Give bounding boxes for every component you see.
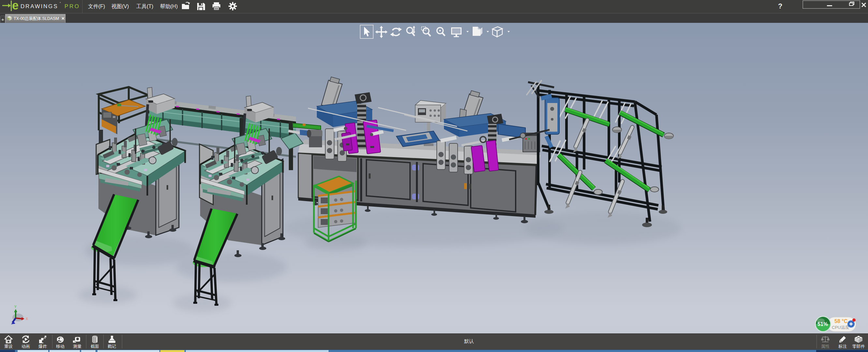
svg-text:58 °C: 58 °C — [834, 318, 848, 324]
svg-text:X: X — [26, 317, 28, 321]
svg-text:Y: Y — [14, 305, 17, 309]
svg-text:DRAWINGS: DRAWINGS — [21, 3, 58, 9]
svg-text:51%: 51% — [817, 321, 828, 327]
svg-text:CPU温度: CPU温度 — [832, 325, 849, 330]
svg-text:e: e — [12, 0, 19, 12]
svg-text:°: ° — [60, 2, 61, 5]
svg-text:?: ? — [778, 2, 782, 10]
svg-text:PRO: PRO — [65, 3, 80, 9]
